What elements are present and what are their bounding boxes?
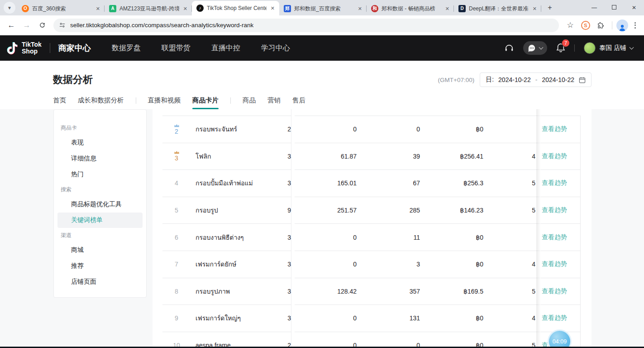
browser-tab[interactable]: 和郑和数据 - 畅销商品榜✕ xyxy=(367,2,454,15)
view-trend-link[interactable]: 查看趋势 xyxy=(536,314,581,322)
zhenghe-icon: 郑 xyxy=(284,5,291,12)
store-avatar xyxy=(584,42,596,54)
forward-icon[interactable]: → xyxy=(20,19,33,32)
sidebar-item[interactable]: 商品标题优化工具 xyxy=(57,197,143,212)
browser-tab[interactable]: AAMZ123亚马逊导航-跨境✕ xyxy=(105,2,192,15)
headset-support-icon[interactable] xyxy=(504,43,514,53)
sidebar-item[interactable]: 表现 xyxy=(57,135,143,150)
reload-icon[interactable] xyxy=(35,19,49,32)
clipped-left-cell: 9 xyxy=(272,207,291,214)
analytics-tab[interactable]: 营销 xyxy=(267,96,281,109)
sidebar-item[interactable]: 商城 xyxy=(57,242,143,258)
view-trend-link[interactable]: 查看趋势 xyxy=(536,179,581,187)
table-row: 5กรอบรูป9251.57285฿146.235查看趋势 xyxy=(162,197,581,224)
extension-s-icon[interactable]: S xyxy=(579,19,592,32)
table-row: 9เฟรมการ์ดใหญ่ๆ30131฿04查看趋势 xyxy=(162,305,581,332)
tab-close-icon[interactable]: ✕ xyxy=(532,5,538,13)
analytics-tab[interactable]: 直播和视频 xyxy=(148,96,181,109)
360-search-icon: O xyxy=(22,5,29,12)
table-row: 10aespa frame200฿05查看趋势 xyxy=(162,332,581,348)
tiktok-shop-logo[interactable]: TikTokShop xyxy=(6,41,42,55)
chevron-down-icon xyxy=(539,45,544,50)
gmv-cell: ฿169.5 xyxy=(420,288,483,295)
maximize-button[interactable] xyxy=(604,0,624,15)
value-cell: 0 xyxy=(295,234,357,241)
table-row: 6กรอบงานพิธีต่างๆ3011฿0查看趋势 xyxy=(162,224,581,251)
messages-button[interactable] xyxy=(523,41,547,55)
analytics-tab[interactable]: 售后 xyxy=(292,96,305,109)
header-nav-item[interactable]: 数据罗盘 xyxy=(112,44,141,53)
crown-icon xyxy=(174,124,180,127)
sidebar-item[interactable]: 热门 xyxy=(57,167,143,182)
value-cell: 3 xyxy=(357,261,420,268)
table-row: 3โฟลิก361.8739฿256.414查看趋势 xyxy=(162,143,581,170)
tab-close-icon[interactable]: ✕ xyxy=(357,5,363,13)
close-button[interactable]: ✕ xyxy=(624,0,644,15)
view-trend-link[interactable]: 查看趋势 xyxy=(536,260,581,268)
view-trend-link[interactable]: 查看趋势 xyxy=(536,206,581,214)
sidebar-item[interactable]: 关键词榜单 xyxy=(57,213,143,228)
header-nav-item[interactable]: 商家中心 xyxy=(58,43,91,53)
extensions-puzzle-icon[interactable] xyxy=(594,19,608,32)
date-start-value: 2024-10-22 xyxy=(498,76,531,83)
chat-bubble-icon xyxy=(528,44,536,52)
header-nav-item[interactable]: 直播中控 xyxy=(211,44,240,53)
sidebar-item[interactable]: 详细信息 xyxy=(57,151,143,166)
analytics-tab[interactable]: 成长和数据分析 xyxy=(78,96,124,109)
analytics-tab[interactable]: 首页 xyxy=(53,96,66,109)
notifications-button[interactable]: 7 xyxy=(556,43,565,53)
tab-close-icon[interactable]: ✕ xyxy=(444,5,450,13)
rank-cell: 7 xyxy=(162,261,191,268)
header-nav-item[interactable]: 联盟带货 xyxy=(162,44,191,53)
tab-search-button[interactable]: ▼ xyxy=(4,2,15,14)
keyword-cell: กรอบปั้มมือเท้าพ่อแม่ xyxy=(196,178,272,188)
sidebar-section-label: 商品卡 xyxy=(54,124,146,135)
keyword-cell: กรอบงานพิธีต่างๆ xyxy=(196,232,272,242)
address-bar[interactable]: seller.tiktokglobalshop.com/compass/sear… xyxy=(53,19,559,32)
store-switcher[interactable]: 泰国 店铺 xyxy=(584,42,633,54)
value-cell: 0 xyxy=(357,126,420,133)
value-cell: 251.57 xyxy=(295,207,357,214)
date-range-picker[interactable]: 日: 2024-10-22 - 2024-10-22 xyxy=(480,72,592,87)
header-nav-item[interactable]: 学习中心 xyxy=(261,44,290,53)
value-cell: 165.01 xyxy=(295,179,357,187)
gmv-cell: ฿256.41 xyxy=(420,153,483,160)
site-info-icon[interactable] xyxy=(59,22,66,29)
keyword-rank-table: 2กรอบพระจันทร์200฿0查看趋势3โฟลิก361.8739฿25… xyxy=(153,109,592,348)
timezone-label: (GMT+07:00) xyxy=(438,77,475,83)
value-cell: 0 xyxy=(295,314,357,322)
browser-tabstrip: ▼ O百度_360搜索✕AAMZ123亚马逊导航-跨境✕♪TikTok Shop… xyxy=(0,0,644,15)
clipped-left-cell: 3 xyxy=(272,261,291,268)
zhenghe-red-icon: 和 xyxy=(371,5,378,12)
bookmark-star-icon[interactable]: ☆ xyxy=(563,19,577,32)
browser-tab[interactable]: 郑郑和数据_百度搜索✕ xyxy=(279,2,367,15)
sidebar-item[interactable]: 推荐 xyxy=(57,258,143,274)
browser-tab[interactable]: ♪TikTok Shop Seller Cente✕ xyxy=(192,1,279,15)
new-tab-button[interactable]: + xyxy=(544,2,556,14)
analytics-tab[interactable]: 商品卡片 xyxy=(192,96,219,109)
sidebar-section-label: 渠道 xyxy=(54,232,146,242)
browser-tab[interactable]: O百度_360搜索✕ xyxy=(17,2,105,15)
view-trend-link[interactable]: 查看趋势 xyxy=(536,125,581,133)
value-cell: 67 xyxy=(357,179,420,187)
clipped-left-cell: 3 xyxy=(272,234,291,241)
view-trend-link[interactable]: 查看趋势 xyxy=(536,233,581,242)
tab-close-icon[interactable]: ✕ xyxy=(270,5,276,12)
rank-cell: 3 xyxy=(162,150,191,162)
browser-profile-avatar[interactable] xyxy=(616,19,628,31)
tab-close-icon[interactable]: ✕ xyxy=(182,5,188,13)
view-trend-link[interactable]: 查看趋势 xyxy=(536,152,581,160)
logo-text: TikTokShop xyxy=(22,41,42,54)
tab-title: 百度_360搜索 xyxy=(32,5,92,13)
back-icon[interactable]: ← xyxy=(5,19,18,32)
sidebar-item[interactable]: 店铺页面 xyxy=(57,274,143,290)
table-row: 4กรอบปั้มมือเท้าพ่อแม่3165.0167฿256.35查看… xyxy=(162,170,581,197)
clipped-right-cell: 4 xyxy=(483,153,535,160)
analytics-tab[interactable]: 商品 xyxy=(243,96,256,109)
minimize-button[interactable]: — xyxy=(584,0,604,15)
browser-menu-icon[interactable] xyxy=(630,19,640,31)
browser-tab[interactable]: DDeepL翻译：全世界最准确✕ xyxy=(454,2,541,15)
tab-close-icon[interactable]: ✕ xyxy=(95,5,101,13)
calendar-icon[interactable] xyxy=(579,77,586,83)
view-trend-link[interactable]: 查看趋势 xyxy=(536,287,581,295)
